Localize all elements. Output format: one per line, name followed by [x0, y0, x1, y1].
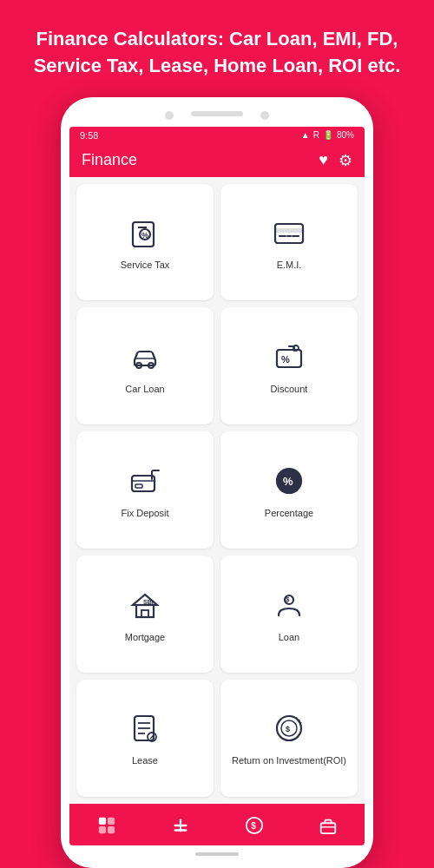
svg-text:%: % [141, 231, 148, 240]
loan-label: Loan [279, 631, 299, 643]
car-loan-label: Car Loan [125, 383, 164, 395]
svg-text:%: % [283, 475, 293, 488]
lease-label: Lease [132, 754, 158, 766]
grid-item-fix-deposit[interactable]: Fix Deposit [76, 431, 214, 549]
battery-icon: 🔋 [323, 130, 333, 140]
mortgage-icon: SBI [126, 586, 164, 624]
svg-rect-34 [98, 818, 105, 825]
svg-rect-43 [320, 823, 335, 833]
app-title: Finance [82, 151, 137, 169]
service-tax-icon: % [126, 214, 164, 252]
app-bar: Finance ♥ ⚙ [69, 144, 365, 177]
grid-item-service-tax[interactable]: % Service Tax [76, 184, 214, 301]
battery-text: 80% [337, 130, 354, 140]
favorite-icon[interactable]: ♥ [319, 151, 328, 169]
grid-container: % Service Tax E.M.I. [69, 177, 365, 804]
nav-item-home[interactable] [89, 811, 124, 840]
phone-dot-right [260, 111, 269, 120]
phone-speaker [191, 111, 243, 116]
svg-rect-16 [135, 484, 142, 488]
roi-label: Return on Investment(ROI) [232, 754, 346, 766]
svg-rect-37 [107, 826, 114, 833]
mortgage-label: Mortgage [125, 631, 165, 643]
status-time: 9:58 [80, 130, 98, 141]
phone-dot-left [165, 111, 174, 120]
phone-bottom-indicator [195, 852, 239, 856]
header-text: Finance Calculators: Car Loan, EMI, FD, … [0, 0, 434, 97]
status-icons: ▲ R 🔋 80% [301, 130, 354, 140]
grid-item-discount[interactable]: % Discount [220, 307, 358, 424]
signal-icon: ▲ [301, 130, 310, 140]
grid-item-lease[interactable]: Lease [76, 680, 214, 797]
percentage-label: Percentage [265, 507, 313, 519]
fix-deposit-label: Fix Deposit [121, 507, 168, 519]
svg-text:$: $ [286, 595, 290, 603]
app-content: % Service Tax E.M.I. [69, 177, 365, 804]
settings-icon[interactable]: ⚙ [339, 151, 352, 170]
svg-rect-36 [98, 826, 105, 833]
phone-notch-area [69, 111, 365, 120]
fix-deposit-icon [126, 462, 164, 500]
svg-rect-4 [275, 224, 303, 243]
grid-item-loan[interactable]: $ Loan [220, 556, 358, 673]
emi-label: E.M.I. [277, 259, 302, 271]
svg-rect-5 [275, 228, 303, 233]
loan-icon: $ [270, 586, 308, 624]
nav-item-briefcase[interactable] [311, 811, 345, 840]
service-tax-label: Service Tax [121, 259, 170, 271]
app-bar-icons: ♥ ⚙ [319, 151, 352, 170]
phone-wrapper: 9:58 ▲ R 🔋 80% Finance ♥ ⚙ % [61, 97, 373, 868]
svg-text:$: $ [251, 821, 256, 831]
svg-rect-20 [136, 605, 154, 617]
lease-icon [126, 709, 164, 747]
grid-item-car-loan[interactable]: Car Loan [76, 307, 214, 424]
status-bar: 9:58 ▲ R 🔋 80% [69, 127, 365, 144]
roi-icon: $ [270, 709, 308, 747]
network-icon: R [313, 130, 319, 140]
grid-item-roi[interactable]: $ Return on Investment(ROI) [220, 680, 358, 797]
svg-rect-21 [141, 610, 148, 617]
grid-item-mortgage[interactable]: SBI Mortgage [76, 556, 214, 673]
percentage-icon: % [270, 462, 308, 500]
emi-icon [270, 214, 308, 252]
car-loan-icon [126, 338, 164, 376]
svg-text:%: % [281, 354, 290, 365]
svg-text:SBI: SBI [143, 599, 154, 605]
bottom-nav: $ [69, 804, 365, 845]
svg-point-14 [293, 345, 299, 351]
nav-item-calculator[interactable] [163, 811, 198, 840]
phone-bottom-bar [69, 852, 365, 856]
svg-rect-35 [107, 818, 114, 825]
discount-icon: % [270, 338, 308, 376]
discount-label: Discount [271, 383, 308, 395]
grid-item-percentage[interactable]: % Percentage [220, 431, 358, 549]
nav-item-money[interactable]: $ [237, 811, 272, 840]
grid-item-emi[interactable]: E.M.I. [220, 184, 358, 301]
svg-text:$: $ [286, 725, 290, 733]
